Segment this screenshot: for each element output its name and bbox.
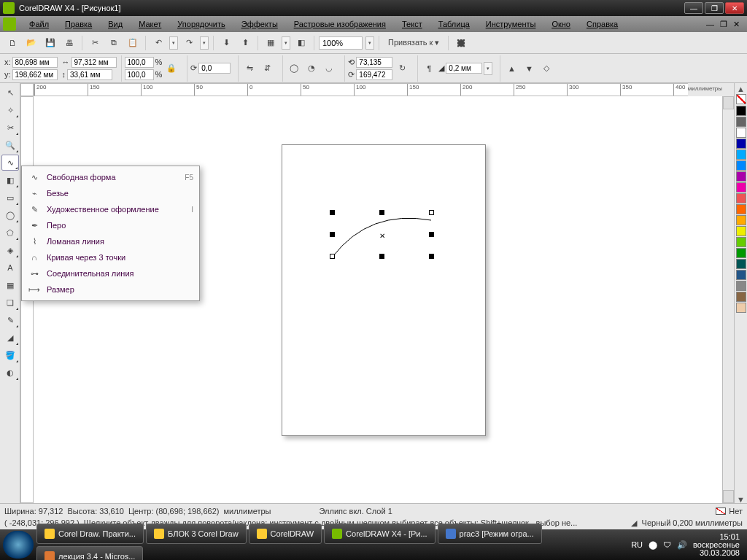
polygon-tool[interactable]: ⬠ xyxy=(1,225,19,241)
options-button[interactable]: 🞿 xyxy=(453,35,469,51)
color-swatch[interactable] xyxy=(736,128,746,138)
lock-ratio-button[interactable]: 🔒 xyxy=(163,61,179,77)
flyout-item[interactable]: ∿Свободная формаF5 xyxy=(22,169,199,185)
interactive-fill-tool[interactable]: ◐ xyxy=(1,365,19,381)
open-button[interactable]: 📂 xyxy=(23,35,39,51)
rectangle-tool[interactable]: ▭ xyxy=(1,190,19,206)
palette-scroll-up[interactable]: ▲ xyxy=(735,85,747,93)
menu-table[interactable]: Таблица xyxy=(431,18,477,30)
ellipse-button[interactable]: ◯ xyxy=(286,61,302,77)
arc-start-input[interactable] xyxy=(356,57,392,68)
export-button[interactable]: ⬆ xyxy=(237,35,253,51)
redo-dropdown[interactable]: ▾ xyxy=(200,36,209,50)
color-swatch[interactable] xyxy=(736,160,746,171)
zoom-tool[interactable]: 🔍 xyxy=(1,137,19,153)
scale-x-input[interactable] xyxy=(125,57,154,68)
flyout-item[interactable]: ⊶Соединительная линия xyxy=(22,265,199,281)
color-swatch[interactable] xyxy=(736,171,746,182)
undo-button[interactable]: ↶ xyxy=(150,35,166,51)
crop-tool[interactable]: ✂ xyxy=(1,120,19,136)
flyout-item[interactable]: ∩Кривая через 3 точки xyxy=(22,249,199,265)
copy-button[interactable]: ⧉ xyxy=(106,35,122,51)
flyout-item[interactable]: ✎Художественное оформлениеI xyxy=(22,201,199,217)
to-back-button[interactable]: ▼ xyxy=(521,61,537,77)
menu-arrange[interactable]: Упорядочить xyxy=(170,18,232,30)
tray-icon[interactable]: ⬤ xyxy=(649,540,657,550)
outline-indicator-icon[interactable]: ◢ xyxy=(626,515,642,531)
width-input[interactable] xyxy=(71,57,117,68)
rotation-center-icon[interactable]: ✕ xyxy=(379,232,385,240)
text-tool[interactable]: A xyxy=(1,260,19,276)
pos-y-input[interactable] xyxy=(12,69,58,80)
app-launcher-dropdown[interactable]: ▾ xyxy=(282,36,290,50)
menu-text[interactable]: Текст xyxy=(395,18,430,30)
undo-dropdown[interactable]: ▾ xyxy=(169,36,178,50)
menu-layout[interactable]: Макет xyxy=(131,18,169,30)
arc-direction-button[interactable]: ↻ xyxy=(394,61,410,77)
menu-window[interactable]: Окно xyxy=(544,18,578,30)
height-input[interactable] xyxy=(67,69,112,80)
arc-button[interactable]: ◡ xyxy=(321,61,337,77)
taskbar-item[interactable]: Corel Draw. Практи... xyxy=(36,524,144,544)
basic-shapes-tool[interactable]: ◈ xyxy=(1,242,19,258)
cut-button[interactable]: ✂ xyxy=(87,35,103,51)
pie-button[interactable]: ◔ xyxy=(303,61,320,77)
minimize-button[interactable]: — xyxy=(684,2,703,14)
taskbar-item[interactable]: CorelDRAW xyxy=(249,524,322,544)
scale-y-input[interactable] xyxy=(125,69,154,80)
horizontal-ruler[interactable]: 20015010050050100150200250300350400 xyxy=(34,83,722,96)
color-swatch[interactable] xyxy=(736,193,746,203)
redo-button[interactable]: ↷ xyxy=(181,35,197,51)
menu-file[interactable]: Файл xyxy=(22,18,56,30)
mirror-h-button[interactable]: ⇋ xyxy=(241,61,258,77)
new-button[interactable]: 🗋 xyxy=(4,35,20,51)
vertical-scrollbar[interactable] xyxy=(722,96,734,503)
arc-end-input[interactable] xyxy=(356,69,392,80)
close-button[interactable]: ✕ xyxy=(725,2,744,14)
taskbar-item[interactable]: CorelDRAW X4 - [Ри... xyxy=(324,524,435,544)
color-swatch[interactable] xyxy=(736,117,746,127)
tray-icon[interactable]: 🔊 xyxy=(677,540,687,550)
welcome-button[interactable]: ◧ xyxy=(293,35,309,51)
menu-effects[interactable]: Эффекты xyxy=(234,18,285,30)
outline-tool[interactable]: ◢ xyxy=(1,330,19,346)
convert-curves-button[interactable]: ◇ xyxy=(538,61,554,77)
color-swatch[interactable] xyxy=(736,139,746,149)
print-button[interactable]: 🖶 xyxy=(61,35,77,51)
tray-icon[interactable]: 🛡 xyxy=(663,540,671,549)
maximize-button[interactable]: ❐ xyxy=(705,2,724,14)
mirror-v-button[interactable]: ⇵ xyxy=(259,61,275,77)
flyout-item[interactable]: ✒Перо xyxy=(22,217,199,233)
outline-dropdown[interactable]: ▾ xyxy=(484,62,492,75)
color-swatch[interactable] xyxy=(736,259,746,269)
mdi-minimize-icon[interactable]: — xyxy=(706,20,714,29)
color-swatch[interactable] xyxy=(736,149,746,160)
shape-tool[interactable]: ✧ xyxy=(1,102,19,118)
mdi-restore-icon[interactable]: ❐ xyxy=(720,20,727,29)
taskbar-item[interactable]: лекция 3.4 - Micros... xyxy=(36,546,143,561)
color-swatch[interactable] xyxy=(736,215,746,225)
pos-x-input[interactable] xyxy=(12,57,58,68)
ellipse-tool[interactable]: ◯ xyxy=(1,207,19,223)
taskbar-item[interactable]: БЛОК 3 Corel Draw xyxy=(146,524,247,544)
menu-bitmaps[interactable]: Растровые изображения xyxy=(287,18,393,30)
color-swatch[interactable] xyxy=(736,303,746,313)
zoom-input[interactable] xyxy=(319,36,363,50)
start-button[interactable] xyxy=(3,531,34,559)
save-button[interactable]: 💾 xyxy=(42,35,58,51)
pick-tool[interactable]: ↖ xyxy=(1,85,19,101)
fill-tool[interactable]: 🪣 xyxy=(1,347,19,363)
color-swatch[interactable] xyxy=(736,270,746,280)
language-indicator[interactable]: RU xyxy=(631,540,643,549)
swatch-none[interactable] xyxy=(736,94,746,104)
zoom-dropdown[interactable]: ▾ xyxy=(365,36,374,50)
app-launcher-button[interactable]: ▦ xyxy=(263,35,279,51)
taskbar-item[interactable]: prac3 [Режим огра... xyxy=(438,524,542,544)
menu-edit[interactable]: Правка xyxy=(58,18,99,30)
flyout-item[interactable]: ⟼Размер xyxy=(22,281,199,298)
color-swatch[interactable] xyxy=(736,106,746,116)
flyout-item[interactable]: ⌇Ломаная линия xyxy=(22,233,199,249)
color-swatch[interactable] xyxy=(736,182,746,192)
eyedropper-tool[interactable]: ✎ xyxy=(1,312,19,328)
table-tool[interactable]: ▦ xyxy=(1,277,19,293)
